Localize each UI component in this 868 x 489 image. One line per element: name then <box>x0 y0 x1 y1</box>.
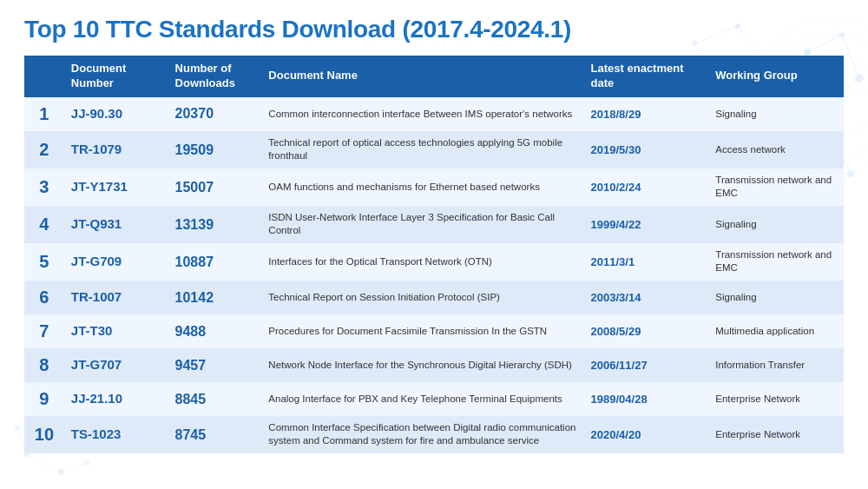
table-row: 1 JJ-90.30 20370 Common interconnection … <box>24 97 844 131</box>
col-header-doc-number: Document Number <box>64 56 168 97</box>
cell-working-group: Access network <box>708 131 844 169</box>
cell-doc-number: JJ-90.30 <box>64 97 168 131</box>
table-header-row: Document Number Number of Downloads Docu… <box>24 56 844 97</box>
cell-doc-number: TS-1023 <box>64 416 168 453</box>
cell-doc-number: TR-1007 <box>64 281 168 314</box>
table-row: 5 JT-G709 10887 Interfaces for the Optic… <box>24 243 844 281</box>
cell-rank: 2 <box>24 131 64 169</box>
cell-working-group: Enterprise Network <box>708 382 844 416</box>
cell-working-group: Transmission network and EMC <box>708 169 844 206</box>
cell-downloads: 19509 <box>168 131 262 169</box>
cell-doc-name: OAM functions and mechanisms for Etherne… <box>261 169 583 206</box>
cell-downloads: 8745 <box>168 416 262 453</box>
table-row: 6 TR-1007 10142 Technical Report on Sess… <box>24 281 844 314</box>
cell-rank: 5 <box>24 243 64 281</box>
cell-doc-number: TR-1079 <box>64 131 168 169</box>
cell-doc-name: Common interconnection interface Between… <box>261 97 583 131</box>
cell-doc-name: Network Node Interface for the Synchrono… <box>261 348 583 382</box>
cell-enactment: 2011/3/1 <box>584 243 709 281</box>
col-header-working-group: Working Group <box>708 56 844 97</box>
table-row: 8 JT-G707 9457 Network Node Interface fo… <box>24 348 844 382</box>
cell-downloads: 8845 <box>168 382 262 416</box>
cell-downloads: 10142 <box>168 281 262 314</box>
cell-downloads: 13139 <box>168 206 262 243</box>
cell-enactment: 2020/4/20 <box>584 416 709 453</box>
table-row: 10 TS-1023 8745 Common Interface Specifi… <box>24 416 844 453</box>
cell-working-group: Transmission network and EMC <box>708 243 844 281</box>
cell-working-group: Enterprise Network <box>708 416 844 453</box>
cell-rank: 1 <box>24 97 64 131</box>
cell-working-group: Signaling <box>708 97 844 131</box>
cell-enactment: 2003/3/14 <box>584 281 709 314</box>
cell-doc-name: Technical report of optical access techn… <box>261 131 583 169</box>
cell-working-group: Multimedia application <box>708 314 844 348</box>
cell-doc-name: Analog Interface for PBX and Key Telepho… <box>261 382 583 416</box>
cell-doc-name: Procedures for Document Facsimile Transm… <box>261 314 583 348</box>
cell-enactment: 2006/11/27 <box>584 348 709 382</box>
cell-doc-name: ISDN User-Network Interface Layer 3 Spec… <box>261 206 583 243</box>
table-row: 9 JJ-21.10 8845 Analog Interface for PBX… <box>24 382 844 416</box>
cell-enactment: 2010/2/24 <box>584 169 709 206</box>
col-header-rank <box>24 56 64 97</box>
cell-downloads: 15007 <box>168 169 262 206</box>
cell-downloads: 10887 <box>168 243 262 281</box>
cell-doc-number: JT-Q931 <box>64 206 168 243</box>
cell-doc-number: JJ-21.10 <box>64 382 168 416</box>
table-row: 7 JT-T30 9488 Procedures for Document Fa… <box>24 314 844 348</box>
cell-enactment: 1989/04/28 <box>584 382 709 416</box>
cell-downloads: 20370 <box>168 97 262 131</box>
cell-enactment: 2019/5/30 <box>584 131 709 169</box>
table-body: 1 JJ-90.30 20370 Common interconnection … <box>24 97 844 453</box>
cell-enactment: 1999/4/22 <box>584 206 709 243</box>
col-header-doc-name: Document Name <box>261 56 583 97</box>
cell-rank: 7 <box>24 314 64 348</box>
table-row: 3 JT-Y1731 15007 OAM functions and mecha… <box>24 169 844 206</box>
cell-working-group: Information Transfer <box>708 348 844 382</box>
cell-doc-name: Technical Report on Session Initiation P… <box>261 281 583 314</box>
cell-working-group: Signaling <box>708 281 844 314</box>
cell-rank: 10 <box>24 416 64 453</box>
table-row: 4 JT-Q931 13139 ISDN User-Network Interf… <box>24 206 844 243</box>
cell-downloads: 9488 <box>168 314 262 348</box>
cell-doc-number: JT-T30 <box>64 314 168 348</box>
cell-rank: 8 <box>24 348 64 382</box>
page-title: Top 10 TTC Standards Download (2017.4-20… <box>24 16 844 43</box>
cell-working-group: Signaling <box>708 206 844 243</box>
cell-rank: 9 <box>24 382 64 416</box>
cell-downloads: 9457 <box>168 348 262 382</box>
col-header-enactment: Latest enactment date <box>584 56 709 97</box>
cell-rank: 6 <box>24 281 64 314</box>
table-row: 2 TR-1079 19509 Technical report of opti… <box>24 131 844 169</box>
cell-doc-name: Common Interface Specification between D… <box>261 416 583 453</box>
cell-doc-number: JT-G709 <box>64 243 168 281</box>
cell-doc-number: JT-Y1731 <box>64 169 168 206</box>
cell-rank: 3 <box>24 169 64 206</box>
cell-enactment: 2008/5/29 <box>584 314 709 348</box>
col-header-downloads: Number of Downloads <box>168 56 262 97</box>
cell-rank: 4 <box>24 206 64 243</box>
cell-doc-number: JT-G707 <box>64 348 168 382</box>
standards-table: Document Number Number of Downloads Docu… <box>24 56 844 453</box>
cell-enactment: 2018/8/29 <box>584 97 709 131</box>
cell-doc-name: Interfaces for the Optical Transport Net… <box>261 243 583 281</box>
